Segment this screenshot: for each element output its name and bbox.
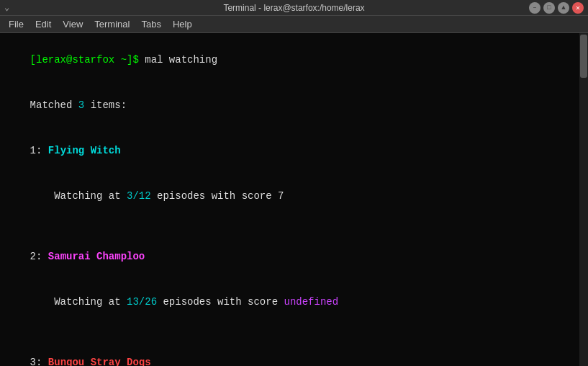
matched-label: Matched <box>30 99 78 111</box>
entry-2-number: 2: <box>30 251 48 262</box>
entry-3-title: Bungou Stray Dogs <box>48 357 151 366</box>
entry-1-watching-line: Watching at 3/12 episodes with score 7 <box>6 174 582 219</box>
maximize-button[interactable]: ▲ <box>558 2 569 14</box>
entry-2-progress: 13/26 <box>127 296 157 308</box>
matched-line: Matched 3 items: <box>6 83 582 128</box>
entry-3-number: 3: <box>30 357 48 366</box>
restore-button[interactable]: □ <box>543 2 555 14</box>
entry-1-pre: Watching at <box>30 190 127 202</box>
minimize-button[interactable]: – <box>529 2 540 14</box>
entry-1-mid: episodes with score <box>151 190 278 202</box>
scrollbar[interactable] <box>579 33 588 366</box>
entry-2-score: undefined <box>284 296 338 308</box>
titlebar-controls: – □ ▲ ✕ <box>529 2 584 14</box>
matched-rest: items: <box>84 99 127 111</box>
command-line: [lerax@starfox ~]$ mal watching <box>6 37 582 83</box>
entry-2-watching-line: Watching at 13/26 episodes with score un… <box>6 280 582 325</box>
menu-view[interactable]: View <box>57 17 89 31</box>
menu-edit[interactable]: Edit <box>30 17 57 31</box>
entry-1-score: 7 <box>278 190 284 202</box>
terminal-area[interactable]: [lerax@starfox ~]$ mal watching Matched … <box>0 33 588 366</box>
chevron-down-icon: ⌄ <box>4 2 9 13</box>
menu-help[interactable]: Help <box>167 17 198 31</box>
prompt-text: [lerax@starfox ~]$ <box>30 54 139 66</box>
entry-2-title: Samurai Champloo <box>48 251 145 262</box>
menu-file[interactable]: File <box>3 17 30 31</box>
entry-1-progress: 3/12 <box>127 190 151 202</box>
close-button[interactable]: ✕ <box>572 2 584 14</box>
matched-count: 3 <box>78 99 84 111</box>
scrollbar-thumb[interactable] <box>580 35 587 78</box>
spacer-1 <box>6 219 582 234</box>
menubar: File Edit View Terminal Tabs Help <box>0 16 588 33</box>
entry-2-mid: episodes with score <box>157 296 284 308</box>
titlebar: ⌄ Terminal - lerax@starfox:/home/lerax –… <box>0 0 588 16</box>
command-text: mal watching <box>139 54 217 66</box>
menu-tabs[interactable]: Tabs <box>135 17 166 31</box>
titlebar-left: ⌄ <box>4 2 14 13</box>
spacer-2 <box>6 325 582 340</box>
menu-terminal[interactable]: Terminal <box>89 17 135 31</box>
entry-3-number-line: 3: Bungou Stray Dogs <box>6 340 582 366</box>
entry-1-number-line: 1: Flying Witch <box>6 128 582 174</box>
window-title: Terminal - lerax@starfox:/home/lerax <box>223 3 364 13</box>
entry-1-number: 1: <box>30 145 48 156</box>
entry-1-title: Flying Witch <box>48 145 121 156</box>
entry-2-pre: Watching at <box>30 296 127 308</box>
entry-2-number-line: 2: Samurai Champloo <box>6 234 582 280</box>
